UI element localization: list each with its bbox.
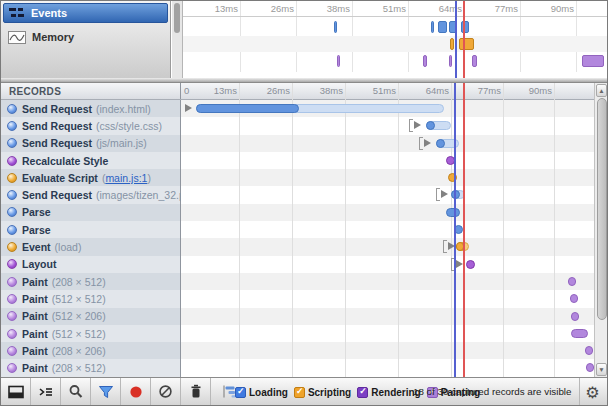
search-button[interactable] <box>61 378 91 405</box>
dock-to-bottom-button[interactable] <box>1 378 31 405</box>
clear-icon <box>158 384 173 399</box>
rendering-record-icon <box>7 259 17 269</box>
record-icon <box>129 385 143 399</box>
records-scrollbar-thumb[interactable] <box>597 98 607 320</box>
overview-event-mark[interactable] <box>438 21 447 33</box>
timeline-bar[interactable] <box>454 225 463 234</box>
timeline-bar[interactable] <box>446 208 460 217</box>
record-title: Send Request <box>22 189 92 201</box>
expand-arrow-icon[interactable] <box>448 242 455 250</box>
children-bracket <box>436 188 440 201</box>
record-row[interactable]: Parse <box>1 221 594 238</box>
record-title: Event <box>22 241 51 253</box>
expand-arrow-icon[interactable] <box>424 139 431 147</box>
console-drawer-button[interactable] <box>31 378 61 405</box>
ruler-tick-label: 64ms <box>426 85 449 96</box>
record-row[interactable]: Send Request(css/style.css) <box>1 117 594 134</box>
ruler-tick-label: 26ms <box>271 3 294 14</box>
expand-arrow-icon[interactable] <box>441 190 448 198</box>
record-title: Paint <box>22 328 48 340</box>
filter-checkbox-loading[interactable]: ✓Loading <box>235 387 288 398</box>
gear-icon: ⚙ <box>585 383 599 402</box>
record-title: Paint <box>22 276 48 288</box>
timeline-bar[interactable] <box>456 242 469 251</box>
scroll-down-button[interactable]: ▼ <box>596 363 607 376</box>
overview-event-mark[interactable] <box>337 55 340 67</box>
record-row[interactable]: Paint(512 × 512) <box>1 325 594 342</box>
checkmark-icon: ✓ <box>359 386 367 396</box>
record-detail: (512 × 512) <box>52 328 106 340</box>
ruler-tick-label: 90ms <box>529 85 552 96</box>
record-row[interactable]: Paint(208 × 512) <box>1 273 594 290</box>
overview-scrollbar[interactable] <box>172 1 183 78</box>
overview-scrollbar-thumb[interactable] <box>174 3 180 33</box>
timeline-bar-solid <box>426 121 435 130</box>
events-icon <box>9 7 25 19</box>
timeline-bar[interactable] <box>451 190 465 199</box>
timeline-bar[interactable] <box>571 329 588 338</box>
overview-event-mark[interactable] <box>423 55 427 67</box>
overview-event-mark[interactable] <box>431 21 434 33</box>
timeline-bar[interactable] <box>436 139 459 148</box>
record-detail: (index.html) <box>96 103 151 115</box>
record-row[interactable]: Layout <box>1 256 594 273</box>
painting-record-icon <box>7 346 17 356</box>
timeline-bar[interactable] <box>585 346 593 355</box>
tab-memory[interactable]: Memory <box>3 25 168 49</box>
record-row[interactable]: Recalculate Style <box>1 152 594 169</box>
record-row[interactable]: Send Request(js/main.js) <box>1 135 594 152</box>
ruler-tick-label: 51ms <box>373 85 396 96</box>
timeline-bar[interactable] <box>586 363 594 372</box>
overview-event-mark[interactable] <box>334 21 337 33</box>
timeline-bar[interactable] <box>466 260 475 269</box>
record-row[interactable]: Paint(512 × 512) <box>1 290 594 307</box>
settings-button[interactable]: ⚙ <box>579 378 605 406</box>
expand-arrow-icon[interactable] <box>185 104 192 112</box>
record-row[interactable]: Parse <box>1 204 594 221</box>
overview-event-mark[interactable] <box>472 55 477 67</box>
record-label-cell: Send Request(index.html) <box>1 100 181 117</box>
timeline-bar[interactable] <box>446 156 455 165</box>
timeline-bar[interactable] <box>571 312 579 321</box>
expand-arrow-icon[interactable] <box>414 121 421 129</box>
record-graph-cell <box>181 256 594 273</box>
filter-checkbox-rendering[interactable]: ✓Rendering <box>357 387 420 398</box>
overview-event-mark[interactable] <box>459 38 474 50</box>
records-scrollbar[interactable]: ▲ ▼ <box>594 83 607 377</box>
timeline-bar[interactable] <box>426 121 451 130</box>
record-button[interactable] <box>121 378 151 405</box>
timeline-bar[interactable] <box>448 173 457 182</box>
record-row[interactable]: Send Request(images/tizen_32.png) <box>1 186 594 203</box>
timeline-bar[interactable] <box>568 277 576 286</box>
checkbox-icon: ✓ <box>357 387 368 398</box>
children-bracket <box>443 240 447 253</box>
records-header: RECORDS 013ms26ms38ms51ms64ms77ms90ms <box>1 83 607 100</box>
expand-arrow-icon[interactable] <box>456 260 463 268</box>
painting-record-icon <box>7 294 17 304</box>
record-title: Layout <box>22 258 56 270</box>
overview-event-mark[interactable] <box>450 38 454 50</box>
record-graph-cell <box>181 290 594 307</box>
overview-sidebar: Events Memory <box>1 1 171 78</box>
overview-event-mark[interactable] <box>449 55 452 67</box>
filter-button[interactable] <box>91 378 121 405</box>
timeline-bar[interactable] <box>570 294 578 303</box>
record-row[interactable]: Paint(208 × 512) <box>1 359 594 376</box>
record-row[interactable]: Paint(512 × 206) <box>1 308 594 325</box>
record-row[interactable]: Paint(208 × 206) <box>1 342 594 359</box>
overview-graph: 13ms26ms38ms51ms64ms77ms90ms <box>183 1 607 78</box>
ruler-tick-label: 13ms <box>214 85 237 96</box>
garbage-collect-button[interactable] <box>181 378 211 405</box>
tab-events[interactable]: Events <box>3 3 168 23</box>
overview-event-mark[interactable] <box>582 55 604 67</box>
record-link[interactable]: main.js:1 <box>105 172 147 184</box>
record-label-cell: Paint(512 × 512) <box>1 325 181 342</box>
filter-checkbox-scripting[interactable]: ✓Scripting <box>294 387 351 398</box>
record-row[interactable]: Send Request(index.html) <box>1 100 594 117</box>
record-row[interactable]: Event(load) <box>1 238 594 255</box>
record-row[interactable]: Evaluate Script(main.js:1) <box>1 169 594 186</box>
clear-button[interactable] <box>151 378 181 405</box>
record-label-cell: Send Request(images/tizen_32.png) <box>1 186 181 203</box>
scroll-up-button[interactable]: ▲ <box>596 84 607 97</box>
timeline-bar[interactable] <box>196 104 444 113</box>
